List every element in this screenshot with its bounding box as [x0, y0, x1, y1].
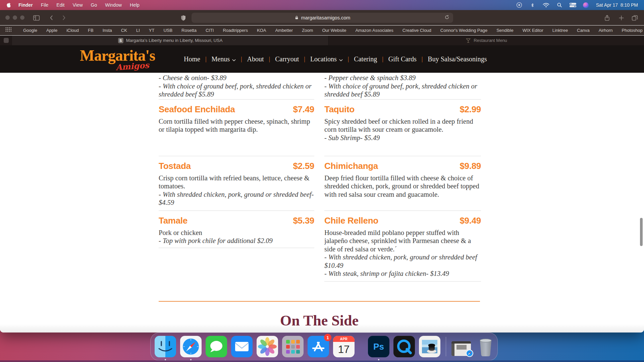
dock-calendar-icon[interactable]: APR 17	[333, 336, 355, 357]
item-note: - With shredded chicken, pork, ground or…	[324, 253, 481, 269]
bookmark-item[interactable]: YT	[149, 28, 155, 33]
bookmark-item[interactable]: Google	[23, 28, 37, 33]
nav-home[interactable]: Home	[184, 55, 200, 63]
menubar-clock[interactable]: Sat Apr 17 8:10 PM	[596, 2, 638, 8]
nav-separator: |	[377, 56, 388, 63]
nav-catering[interactable]: Catering	[354, 55, 377, 63]
dock-trash-icon[interactable]	[475, 336, 496, 358]
screen-bottom-edge	[0, 360, 644, 362]
creative-cloud-icon[interactable]	[516, 2, 523, 8]
back-button[interactable]	[48, 14, 56, 22]
section-divider	[159, 301, 480, 302]
share-icon[interactable]	[603, 14, 611, 22]
nav-about[interactable]: About	[247, 55, 264, 63]
menubar-item-view[interactable]: View	[72, 2, 83, 8]
bookmark-item[interactable]: Zoom	[302, 28, 313, 33]
desktop: Finder File Edit View Go Window Help S	[0, 0, 644, 362]
bookmark-item[interactable]: Sendible	[496, 28, 514, 33]
wifi-icon[interactable]	[543, 2, 549, 8]
bookmark-item[interactable]: LI	[136, 28, 140, 33]
minimize-window-button[interactable]	[13, 15, 17, 20]
bookmark-item[interactable]: Ambetter	[275, 28, 293, 33]
tab-overview-icon[interactable]	[631, 14, 639, 22]
menu-item-seafood-enchilada: Seafood Enchilada$7.49 Corn tortilla fil…	[159, 100, 314, 156]
bookmark-item[interactable]: iCloud	[66, 28, 79, 33]
siri-icon[interactable]	[583, 2, 589, 8]
menu-note: - With choice of ground beef, pork, shre…	[324, 82, 481, 99]
bookmark-item[interactable]: Apple	[46, 28, 57, 33]
sidebar-toggle-icon[interactable]	[32, 14, 40, 22]
menubar-app-name[interactable]: Finder	[18, 2, 33, 8]
dock-safari-icon[interactable]	[180, 336, 202, 357]
item-description: Spicy shredded beef or chicken rolled in…	[324, 117, 481, 134]
bookmark-item[interactable]: Linktree	[552, 28, 568, 33]
item-note: - Sub Shrimp- $5.49	[324, 134, 481, 142]
dock-mail-icon[interactable]	[231, 336, 253, 357]
forward-button[interactable]	[60, 14, 68, 22]
url-text: margaritasamigos.com	[301, 15, 351, 20]
menu-column-right: - Pepper cheese & spinach $3.89 - With c…	[324, 73, 481, 282]
zoom-window-button[interactable]	[20, 15, 24, 20]
bookmark-item[interactable]: Amazon Associates	[355, 28, 393, 33]
item-price: $9.89	[460, 161, 481, 172]
address-bar[interactable]: margaritasamigos.com	[192, 13, 453, 23]
bluetooth-icon[interactable]	[529, 2, 536, 8]
bookmark-item[interactable]: Rosetta	[181, 28, 197, 33]
menubar-item-edit[interactable]: Edit	[56, 2, 64, 8]
reload-icon[interactable]	[444, 14, 450, 21]
bookmark-item[interactable]: Airhorn	[599, 28, 613, 33]
dock-preview-icon[interactable]	[419, 336, 440, 357]
item-description: House-breaded mild poblano pepper stuffe…	[324, 229, 481, 253]
minimized-window-thumbnail[interactable]	[451, 341, 471, 356]
nav-buy-salsa[interactable]: Buy Salsa/Seasonings	[428, 55, 487, 63]
dock-separator	[446, 337, 446, 356]
dock-quicktime-icon[interactable]	[393, 336, 415, 357]
bookmark-item[interactable]: FB	[88, 28, 94, 33]
site-logo[interactable]: Margarita's Amigos	[80, 48, 150, 71]
close-window-button[interactable]	[5, 15, 10, 20]
bookmark-item[interactable]: WIX Editor	[523, 28, 543, 33]
spotlight-search-icon[interactable]	[556, 2, 563, 8]
dock-photos-icon[interactable]	[257, 336, 278, 357]
menubar-item-window[interactable]: Window	[105, 2, 122, 8]
nav-separator: |	[236, 56, 247, 63]
bookmark-item[interactable]: Creative Cloud	[402, 28, 431, 33]
bookmark-item[interactable]: CK	[121, 28, 127, 33]
nav-gift-cards[interactable]: Gift Cards	[388, 55, 417, 63]
pinned-tab[interactable]	[0, 36, 12, 45]
tab-active[interactable]: S Margarita's Liberty menu in Liberty, M…	[12, 36, 329, 45]
scrollbar-thumb[interactable]	[640, 218, 643, 246]
apple-menu-icon[interactable]	[6, 2, 12, 8]
bookmark-item[interactable]: Connor's Wedding Page	[440, 28, 487, 33]
nav-carryout[interactable]: Carryout	[275, 55, 299, 63]
item-price: $7.49	[293, 104, 314, 115]
dock-messages-icon[interactable]	[206, 336, 227, 357]
item-description: Crisp corn tortilla with refried beans, …	[159, 174, 314, 190]
tab-restaurant-menu[interactable]: Restaurant Menu	[329, 36, 644, 45]
bookmark-item[interactable]: USB	[163, 28, 172, 33]
nav-locations[interactable]: Locations	[310, 55, 343, 63]
bookmark-item[interactable]: CITI	[206, 28, 214, 33]
bookmark-item[interactable]: Roadtrippers	[223, 28, 248, 33]
calendar-day: 17	[333, 342, 355, 357]
new-tab-icon[interactable]	[617, 14, 625, 22]
photoshop-label: Ps	[373, 342, 384, 352]
menubar-item-go[interactable]: Go	[91, 2, 97, 8]
bookmark-item[interactable]: Insta	[103, 28, 112, 33]
dock-finder-icon[interactable]	[155, 336, 176, 357]
bookmark-item[interactable]: Photoshop	[622, 28, 643, 33]
thumbnail-sidebar	[451, 344, 454, 356]
dock-photoshop-icon[interactable]: Ps	[368, 336, 389, 357]
menubar-item-help[interactable]: Help	[130, 2, 140, 8]
privacy-shield-icon[interactable]	[179, 14, 187, 22]
dock-appstore-icon[interactable]: 1	[308, 336, 329, 357]
control-center-icon[interactable]	[570, 2, 576, 8]
bookmark-item[interactable]: Canva	[577, 28, 590, 33]
bookmarks-grid-icon[interactable]	[5, 27, 11, 33]
dock-launchpad-icon[interactable]	[282, 336, 304, 357]
bookmark-item[interactable]: KOA	[257, 28, 266, 33]
menubar-item-file[interactable]: File	[41, 2, 49, 8]
nav-menus[interactable]: Menus	[212, 55, 236, 63]
item-name: Taquito	[324, 104, 355, 115]
bookmark-item[interactable]: Our Website	[322, 28, 346, 33]
